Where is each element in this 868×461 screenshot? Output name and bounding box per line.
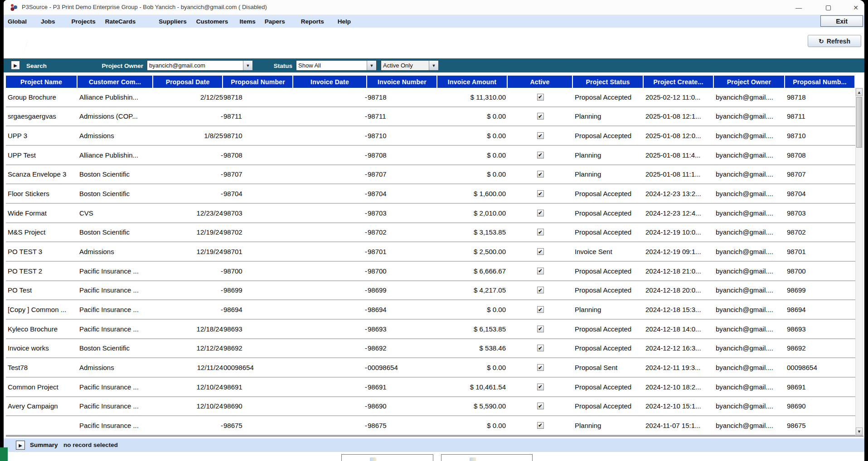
table-row[interactable]: UPP 3Admissions1/8/2598710-98710$ 0.00✔P… bbox=[6, 126, 855, 146]
column-header-invoice-number[interactable]: Invoice Number bbox=[367, 75, 437, 88]
table-row[interactable]: Floor StickersBoston Scientific-98704-98… bbox=[6, 184, 855, 204]
active-checkbox[interactable]: ✔ bbox=[537, 345, 544, 351]
table-row[interactable]: PO TEST 2Pacific Insurance ...-98700-987… bbox=[6, 262, 855, 281]
column-header-proposal-number[interactable]: Proposal Number bbox=[223, 75, 293, 88]
refresh-button[interactable]: ↻ Refresh bbox=[808, 35, 861, 47]
column-header-project-status[interactable]: Project Status bbox=[573, 75, 644, 88]
table-row[interactable]: PO TestPacific Insurance ...-98699-98699… bbox=[6, 281, 855, 301]
cell-status: Proposal Accepted bbox=[573, 397, 644, 416]
cell-customer: Alliance Publishin... bbox=[78, 88, 153, 106]
cell-invoice-amount: $ 0.00 bbox=[437, 165, 508, 184]
cell-invoice-amount: $ 11,310.00 bbox=[437, 88, 508, 106]
exit-button[interactable]: Exit bbox=[820, 15, 863, 27]
cell-status: Proposal Accepted bbox=[573, 262, 644, 280]
active-checkbox[interactable]: ✔ bbox=[537, 384, 544, 390]
column-header-project-name[interactable]: Project Name bbox=[6, 75, 78, 88]
scroll-up-icon[interactable]: ▲ bbox=[856, 88, 863, 96]
active-checkbox[interactable]: ✔ bbox=[537, 403, 544, 409]
scroll-down-icon[interactable]: ▼ bbox=[856, 427, 863, 435]
active-checkbox[interactable]: ✔ bbox=[537, 306, 544, 313]
table-row[interactable]: Test78Admissions12/11/2400098654-0009865… bbox=[6, 358, 855, 378]
bottom-action-button-1[interactable] bbox=[341, 454, 433, 461]
column-header-proposal-numb[interactable]: Proposal Numb... bbox=[785, 75, 855, 88]
chevron-down-icon[interactable]: ▼ bbox=[367, 61, 376, 70]
table-row[interactable]: M&S ProjectBoston Scientific12/19/249870… bbox=[6, 223, 855, 243]
table-row[interactable]: Common ProjectPacific Insurance ...12/10… bbox=[6, 378, 855, 397]
close-button[interactable]: ✕ bbox=[848, 2, 863, 13]
active-checkbox[interactable]: ✔ bbox=[537, 326, 544, 332]
chevron-down-icon[interactable]: ▼ bbox=[243, 61, 252, 70]
active-checkbox[interactable]: ✔ bbox=[537, 210, 544, 216]
cell-proposal-number: 98703 bbox=[223, 204, 293, 222]
status-combobox[interactable]: Show All ▼ bbox=[296, 60, 377, 71]
menu-item-global[interactable]: Global bbox=[8, 18, 27, 25]
column-header-active[interactable]: Active bbox=[508, 75, 573, 88]
scrollbar-thumb[interactable] bbox=[856, 97, 862, 148]
table-row[interactable]: Scanza Envelope 3Boston Scientific-98707… bbox=[6, 165, 855, 185]
active-checkbox[interactable]: ✔ bbox=[537, 364, 544, 371]
search-expand-button[interactable]: ▶ bbox=[11, 61, 20, 70]
active-checkbox[interactable]: ✔ bbox=[537, 132, 544, 139]
menu-item-papers[interactable]: Papers bbox=[265, 18, 285, 25]
active-checkbox[interactable]: ✔ bbox=[537, 229, 544, 235]
cell-proposal-date: 12/11/24 bbox=[153, 358, 223, 377]
column-header-customer-com[interactable]: Customer Com... bbox=[78, 75, 153, 88]
menu-item-ratecards[interactable]: RateCards bbox=[105, 18, 136, 25]
active-checkbox[interactable]: ✔ bbox=[537, 287, 544, 293]
table-row[interactable]: UPP TestAlliance Publishin...-98708-9870… bbox=[6, 146, 855, 165]
cell-invoice-number: 98693 bbox=[367, 320, 437, 338]
table-row[interactable]: Group BrochureAlliance Publishin...2/12/… bbox=[6, 88, 855, 107]
table-row[interactable]: [Copy ] Common ...Pacific Insurance ...-… bbox=[6, 300, 855, 320]
table-row[interactable]: srgaesgaergvasAdmissions (COP...-98711-9… bbox=[6, 107, 855, 127]
table-row[interactable]: PO TEST 3Admissions12/19/2498701-98701$ … bbox=[6, 242, 855, 262]
active-checkbox[interactable]: ✔ bbox=[537, 248, 544, 255]
cell-owner: byancich@gmail.... bbox=[714, 397, 785, 416]
menu-item-suppliers[interactable]: Suppliers bbox=[159, 18, 187, 25]
cell-proposal-date: - bbox=[153, 281, 223, 300]
column-header-invoice-amount[interactable]: Invoice Amount bbox=[437, 75, 508, 88]
menu-item-items[interactable]: Items bbox=[239, 18, 255, 25]
cell-customer: Boston Scientific bbox=[78, 339, 153, 358]
table-row[interactable]: Pacific Insurance ...-98675-98675$ 0.00✔… bbox=[6, 416, 855, 436]
table-row[interactable]: Invoice worksBoston Scientific12/12/2498… bbox=[6, 339, 855, 359]
menu-item-reports[interactable]: Reports bbox=[301, 18, 324, 25]
cell-proposal-number-2: 98707 bbox=[785, 165, 855, 184]
cell-proposal-number: 98711 bbox=[223, 107, 293, 126]
cell-proposal-number: 98700 bbox=[223, 262, 293, 280]
column-header-invoice-date[interactable]: Invoice Date bbox=[293, 75, 367, 88]
table-row[interactable]: Wide FormatCVS12/23/2498703-98703$ 2,010… bbox=[6, 204, 855, 223]
cell-name: Kyleco Brochure bbox=[6, 320, 78, 338]
table-row[interactable]: Avery CampaignPacific Insurance ...12/10… bbox=[6, 397, 855, 417]
cell-name: M&S Project bbox=[6, 223, 78, 242]
active-checkbox[interactable]: ✔ bbox=[537, 422, 544, 429]
column-header-proposal-date[interactable]: Proposal Date bbox=[153, 75, 223, 88]
active-checkbox[interactable]: ✔ bbox=[537, 268, 544, 274]
cell-created: 2024-12-11 19:3... bbox=[644, 358, 714, 377]
table-row[interactable]: Kyleco BrochurePacific Insurance ...12/1… bbox=[6, 320, 855, 339]
bottom-action-button-2[interactable] bbox=[441, 454, 533, 461]
cell-created: 2024-12-18 21:0... bbox=[644, 262, 714, 280]
project-owner-combobox[interactable]: byancich@gmail.com ▼ bbox=[147, 60, 253, 71]
cell-status: Planning bbox=[573, 165, 644, 184]
active-checkbox[interactable]: ✔ bbox=[537, 152, 544, 158]
column-header-project-owner[interactable]: Project Owner bbox=[714, 75, 785, 88]
column-header-project-create[interactable]: Project Create... bbox=[644, 75, 714, 88]
cell-invoice-date: - bbox=[293, 242, 367, 261]
menu-item-help[interactable]: Help bbox=[338, 18, 351, 25]
menu-item-customers[interactable]: Customers bbox=[196, 18, 228, 25]
menu-item-jobs[interactable]: Jobs bbox=[41, 18, 55, 25]
active-filter-combobox[interactable]: Active Only ▼ bbox=[381, 60, 439, 71]
active-checkbox[interactable]: ✔ bbox=[537, 113, 544, 120]
maximize-button[interactable] bbox=[820, 2, 836, 13]
search-panel: ▶ Search Project Owner byancich@gmail.co… bbox=[4, 58, 864, 72]
cell-invoice-date: - bbox=[293, 126, 367, 145]
active-checkbox[interactable]: ✔ bbox=[537, 171, 544, 178]
menu-item-projects[interactable]: Projects bbox=[72, 18, 96, 25]
chevron-down-icon[interactable]: ▼ bbox=[429, 61, 438, 70]
active-checkbox[interactable]: ✔ bbox=[537, 190, 544, 197]
minimize-button[interactable]: — bbox=[791, 2, 806, 13]
summary-expand-button[interactable]: ▶ bbox=[16, 441, 25, 450]
active-checkbox[interactable]: ✔ bbox=[537, 94, 544, 101]
cell-status: Planning bbox=[573, 416, 644, 435]
cell-invoice-number: 00098654 bbox=[367, 358, 437, 377]
